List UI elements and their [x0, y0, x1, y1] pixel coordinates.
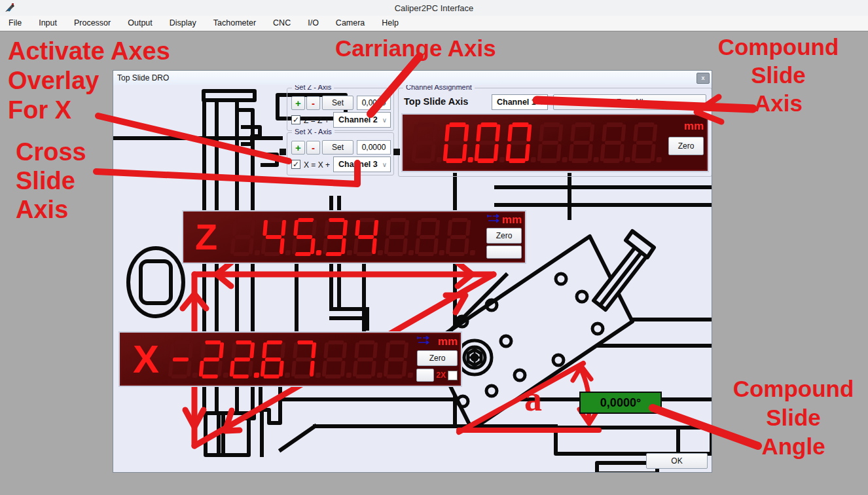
z-dro-display: Z mm Zero [182, 210, 526, 264]
chevron-down-icon: ∨ [382, 117, 390, 124]
dro-digit [168, 340, 193, 378]
menu-bar: FileInputProcessorOutputDisplayTachomete… [0, 16, 868, 31]
annotation-carriage-axis: Carriange Axis [335, 35, 496, 62]
menu-item-file[interactable]: File [0, 16, 30, 31]
x-2x-checkbox[interactable] [448, 371, 458, 380]
set-z-axis-label: Set Z - Axis [292, 85, 334, 91]
resize-handle[interactable] [280, 149, 286, 155]
zero-all-button[interactable]: Zero All [553, 94, 706, 110]
dro-digit [230, 218, 256, 256]
x-direction-toggle-button[interactable] [416, 369, 434, 382]
dialog-client-area: Set Z - Axis + - Set ✓ Z = Z + Channel 2… [113, 85, 712, 472]
dro-digit [260, 340, 285, 378]
chevron-down-icon: ∨ [382, 161, 390, 168]
z-direction-toggle-button[interactable] [486, 246, 522, 259]
z-decrement-button[interactable]: - [306, 96, 320, 110]
menu-item-input[interactable]: Input [30, 16, 65, 31]
main-dro-digits [413, 122, 664, 163]
z-increment-button[interactable]: + [291, 96, 305, 110]
set-x-axis-label: Set X - Axis [292, 128, 335, 136]
x-overlay-checkbox[interactable]: ✓ [291, 160, 300, 169]
x-increment-button[interactable]: + [291, 141, 305, 155]
dro-digit [321, 340, 347, 378]
set-x-axis-group: Set X - Axis + - Set ✓ X = X + Channel 3… [287, 132, 394, 175]
z-equation-label: Z = Z + [304, 116, 329, 125]
z-axis-letter: Z [195, 219, 217, 255]
close-icon[interactable]: x [696, 73, 710, 84]
compound-angle-readout: 0,0000° [579, 392, 662, 414]
dro-digit [411, 122, 437, 163]
angle-letter: a [524, 381, 542, 416]
menu-item-help[interactable]: Help [373, 16, 407, 31]
set-z-axis-group: Set Z - Axis + - Set ✓ Z = Z + Channel 2… [287, 88, 394, 131]
dro-digit [198, 340, 224, 378]
x-dro-unit: mm [438, 335, 458, 348]
x-set-value-input[interactable] [357, 140, 391, 155]
annotation-cross-slide-axis: CrossSlideAxis [16, 138, 86, 224]
dro-digit [291, 340, 316, 378]
dro-digit [384, 218, 410, 256]
dro-digit [443, 122, 469, 163]
x-equation-label: X = X + [304, 160, 330, 170]
menu-item-camera[interactable]: Camera [327, 16, 373, 31]
dro-digit [415, 218, 441, 256]
menu-item-i-o[interactable]: I/O [299, 16, 327, 31]
dialog-title: Top Slide DRO [117, 73, 169, 82]
z-zero-button[interactable]: Zero [486, 228, 522, 244]
direction-arrows-icon [486, 213, 501, 224]
dro-digit [352, 340, 378, 378]
dro-digit [537, 122, 563, 163]
dro-digit [261, 218, 287, 256]
menu-item-output[interactable]: Output [119, 16, 161, 31]
channel-assignment-label: Channel Assignment [403, 85, 475, 91]
menu-item-cnc[interactable]: CNC [264, 16, 299, 31]
dro-digit [229, 340, 255, 378]
top-slide-axis-label: Top Slide Axis [404, 96, 468, 107]
ok-button[interactable]: OK [646, 453, 708, 469]
z-set-button[interactable]: Set [322, 96, 353, 110]
direction-arrows-icon [416, 335, 431, 346]
dro-digit [568, 122, 594, 163]
annotation-compound-slide-axis: CompoundSlideAxis [708, 33, 848, 117]
top-slide-channel-select[interactable]: Channel 1 ∨ [492, 94, 548, 110]
z-channel-select[interactable]: Channel 2 ∨ [333, 112, 391, 128]
x-axis-letter: X [133, 340, 159, 379]
dro-digit [292, 218, 317, 256]
top-slide-dro-dialog: Top Slide DRO x [113, 70, 712, 473]
x-decrement-button[interactable]: - [306, 141, 320, 155]
window-title: Caliper2PC Interface [0, 3, 868, 13]
x-channel-select[interactable]: Channel 3 ∨ [333, 156, 391, 172]
dro-digit [353, 218, 379, 256]
x-set-button[interactable]: Set [322, 140, 353, 155]
main-dro-display: mm Zero [401, 113, 709, 172]
main-dro-unit: mm [684, 120, 704, 133]
annotation-compound-slide-angle: CompoundSlideAngle [723, 375, 864, 461]
dro-digit [474, 122, 500, 163]
dro-digit [446, 218, 471, 256]
x-dro-digits [170, 340, 416, 378]
caliper-icon [4, 2, 17, 14]
menu-item-processor[interactable]: Processor [65, 16, 119, 31]
z-dro-unit: mm [502, 213, 522, 227]
dro-digit [323, 218, 348, 256]
chevron-down-icon: ∨ [539, 99, 547, 106]
x-2x-label: 2X [436, 371, 446, 380]
dro-digit [600, 122, 626, 163]
main-zero-button[interactable]: Zero [668, 137, 704, 155]
menu-item-tachometer[interactable]: Tachometer [205, 16, 264, 31]
resize-handle[interactable] [393, 149, 400, 155]
dro-digit [383, 340, 408, 378]
x-dro-display: X mm Zero 2X [118, 331, 462, 387]
z-set-value-input[interactable] [357, 96, 391, 110]
z-dro-digits [232, 218, 478, 256]
dro-digit [631, 122, 657, 163]
menu-item-display[interactable]: Display [161, 16, 205, 31]
dro-digit [505, 122, 532, 163]
dialog-titlebar[interactable]: Top Slide DRO x [113, 71, 712, 86]
z-overlay-checkbox[interactable]: ✓ [291, 115, 300, 124]
x-zero-button[interactable]: Zero [417, 350, 458, 366]
window-titlebar: Caliper2PC Interface [0, 0, 868, 16]
